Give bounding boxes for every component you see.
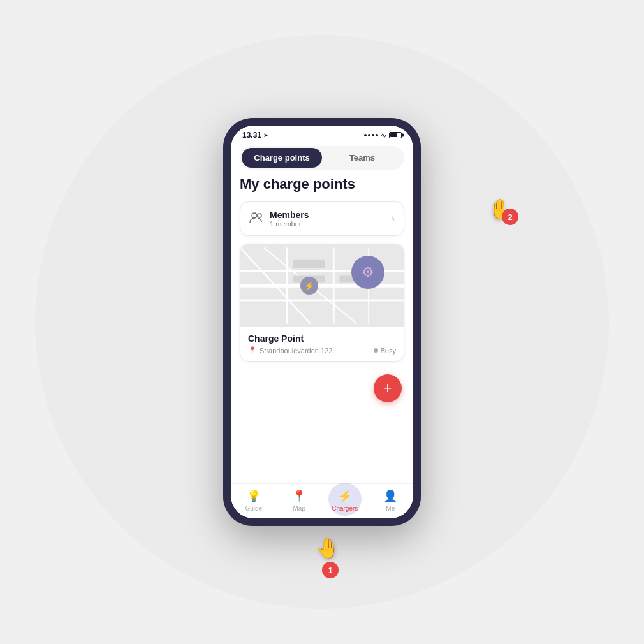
map-info: Charge Point 📍 Strandboulevarden 122 Bus… (240, 327, 404, 361)
members-title: Members (270, 210, 309, 220)
main-content: My charge points Me (231, 176, 413, 483)
signal-icon (364, 134, 378, 136)
location-icon: 📍 (248, 346, 257, 355)
members-icon (249, 212, 263, 226)
step-badge-2: 2 (502, 209, 518, 225)
chevron-right-icon: › (392, 214, 395, 224)
members-count: 1 member (270, 220, 309, 228)
members-info: Members 1 member (270, 210, 309, 228)
status-icons: ∿ (364, 131, 402, 140)
nav-label-map: Map (293, 505, 305, 512)
nav-item-map[interactable]: 📍 Map (277, 489, 323, 512)
phone-screen: 13.31 ➤ ∿ (231, 126, 413, 518)
svg-point-0 (252, 213, 257, 218)
status-time: 13.31 (242, 131, 261, 140)
wifi-icon: ∿ (381, 131, 386, 140)
phone-shell: 13.31 ➤ ∿ (223, 118, 421, 526)
tab-teams[interactable]: Teams (322, 148, 402, 168)
settings-bubble[interactable]: ⚙ (351, 256, 384, 289)
nav-item-me[interactable]: 👤 Me (368, 489, 414, 512)
background-circle: 13.31 ➤ ∿ (35, 35, 609, 609)
chargers-icon: ⚡ (338, 489, 352, 503)
fab-area: + (240, 369, 404, 407)
map-card[interactable]: ⚡ ⚙ Charge Point 📍 Strandb (240, 244, 404, 362)
nav-label-chargers: Chargers (332, 505, 358, 512)
svg-point-1 (258, 214, 261, 217)
map-icon: 📍 (292, 489, 306, 503)
charge-pin: ⚡ (300, 277, 318, 295)
cursor-step-2-container: 🤚 2 (488, 198, 512, 220)
nav-item-guide[interactable]: 💡 Guide (231, 489, 277, 512)
members-card[interactable]: Members 1 member › (240, 201, 404, 236)
status-busy: Busy (374, 347, 396, 355)
map-area: ⚡ ⚙ (240, 244, 404, 327)
busy-dot (374, 348, 378, 353)
nav-item-chargers[interactable]: ⚡ Chargers (322, 489, 368, 512)
charge-point-details: 📍 Strandboulevarden 122 Busy (248, 346, 396, 355)
charge-point-title: Charge Point (248, 333, 396, 344)
bottom-nav: 💡 Guide 📍 Map ⚡ Chargers 👤 Me (231, 483, 413, 518)
nav-label-guide: Guide (245, 505, 262, 512)
nav-label-me: Me (386, 505, 395, 512)
charge-address: 📍 Strandboulevarden 122 (248, 346, 332, 355)
tab-charge-points[interactable]: Charge points (242, 148, 322, 168)
cursor-step-1-container: 🤚 1 (316, 537, 339, 559)
guide-icon: 💡 (247, 489, 261, 503)
hand-cursor-1: 🤚 (316, 537, 339, 559)
add-charge-point-button[interactable]: + (374, 374, 402, 402)
page-title: My charge points (240, 176, 404, 193)
svg-rect-13 (293, 260, 325, 268)
members-left: Members 1 member (249, 210, 309, 228)
status-bar: 13.31 ➤ ∿ (231, 126, 413, 142)
tab-switcher: Charge points Teams (240, 146, 404, 170)
me-icon: 👤 (383, 489, 397, 503)
location-arrow-icon: ➤ (263, 132, 268, 138)
battery-icon (389, 132, 402, 138)
map-svg (240, 244, 404, 327)
step-badge-1: 1 (322, 562, 339, 578)
